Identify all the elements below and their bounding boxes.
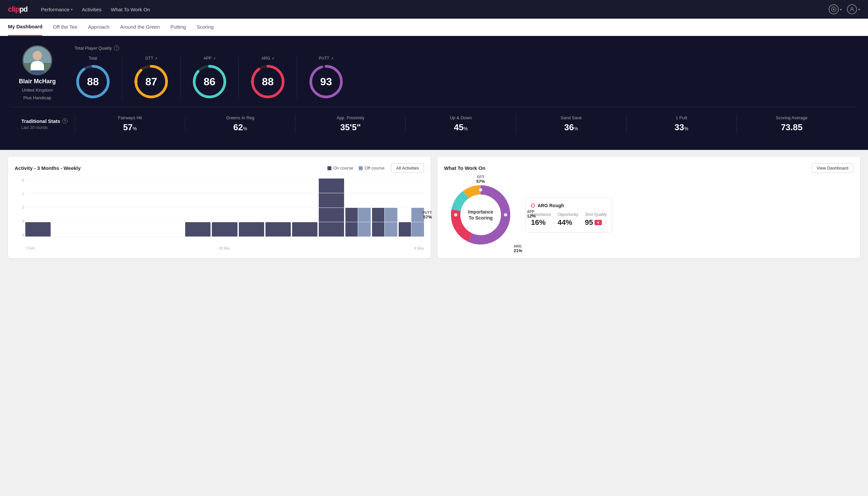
- bar-chart-wrapper: 4 3 2 1 0 7 Feb 28 Mar 9 May: [15, 178, 424, 250]
- bar-off-course: [385, 207, 397, 237]
- stat-fairways-hit: Fairways Hit 57%: [75, 115, 185, 133]
- info-metric-opportunity-value: 44%: [557, 218, 578, 227]
- bar-group: [372, 207, 397, 237]
- stats-label-col: Traditional Stats ? Last 20 rounds: [21, 118, 75, 130]
- score-arg-circle: 88: [250, 63, 286, 100]
- stat-greens-in-reg: Greens In Reg 62%: [185, 115, 295, 133]
- score-total-label: Total: [89, 56, 97, 61]
- score-app-circle: 86: [191, 63, 228, 100]
- x-axis-labels: 7 Feb 28 Mar 9 May: [15, 246, 424, 250]
- info-card-dot: [531, 203, 535, 207]
- stat-scoring-average-label: Scoring Average: [776, 115, 807, 120]
- tab-approach[interactable]: Approach: [88, 19, 109, 36]
- stats-help-icon[interactable]: ?: [62, 118, 68, 124]
- what-to-work-on-header: What To Work On View Dashboard: [444, 163, 853, 173]
- logo[interactable]: clippd: [8, 5, 28, 14]
- stat-app-proximity-label: App. Proximity: [336, 115, 364, 120]
- stat-scoring-average: Scoring Average 73.85: [737, 115, 847, 133]
- score-total-value: 88: [87, 76, 99, 88]
- sub-navigation: My Dashboard Off the Tee Approach Around…: [0, 19, 868, 36]
- add-circle-icon: [829, 4, 839, 14]
- stat-sand-save: Sand Save 36%: [516, 115, 626, 133]
- info-metric-shot-quality-value: 95 ▼: [585, 218, 606, 227]
- bar-on-course: [239, 222, 264, 237]
- avatar-image: [23, 46, 51, 74]
- score-arg-value: 88: [262, 76, 274, 88]
- stat-app-proximity: App. Proximity 35'5": [295, 115, 405, 133]
- svg-point-12: [134, 80, 138, 83]
- view-dashboard-button[interactable]: View Dashboard: [812, 163, 853, 173]
- stat-greens-value: 62%: [234, 122, 247, 133]
- nav-right-actions: ▾ ▾: [829, 4, 860, 14]
- stat-scoring-average-value: 73.85: [781, 122, 802, 133]
- stats-sub-label: Last 20 rounds: [21, 125, 75, 130]
- score-arg: ARG ↗ 88: [239, 56, 297, 100]
- arg-arrow-icon: ↗: [271, 57, 274, 60]
- donut-label-app: APP 12%: [527, 210, 536, 218]
- legend-on-course: On course: [327, 166, 353, 171]
- score-app: APP ↗ 86: [180, 56, 239, 100]
- stat-up-and-down-label: Up & Down: [450, 115, 472, 120]
- user-button[interactable]: ▾: [847, 4, 860, 14]
- legend-on-course-dot: [327, 166, 331, 170]
- bar-on-course: [345, 207, 358, 237]
- player-country: United Kingdom: [22, 88, 53, 93]
- activity-chart-header: Activity - 3 Months - Weekly On course O…: [15, 163, 424, 173]
- bar-on-course: [25, 222, 51, 237]
- hero-section: Blair McHarg United Kingdom Plus Handica…: [0, 36, 868, 150]
- bar-on-course: [399, 222, 411, 237]
- donut-label-ott: OTT 57%: [476, 175, 485, 184]
- nav-links: Performance ▾ Activities What To Work On: [41, 7, 150, 12]
- bar-on-course: [319, 178, 344, 237]
- svg-point-6: [33, 51, 42, 60]
- score-putt-label: PUTT ↗: [319, 56, 333, 61]
- info-card-title: ARG Rough: [531, 203, 606, 208]
- stat-fairways-hit-value: 57%: [123, 122, 137, 133]
- all-activities-button[interactable]: All Activities: [391, 163, 424, 173]
- stat-up-and-down: Up & Down 45%: [405, 115, 516, 133]
- scores-label: Total Player Quality ?: [75, 45, 857, 51]
- tab-my-dashboard[interactable]: My Dashboard: [8, 19, 42, 36]
- bar-on-course: [372, 207, 385, 237]
- user-icon: [847, 4, 857, 14]
- activity-chart-card: Activity - 3 Months - Weekly On course O…: [8, 157, 431, 258]
- traditional-stats-section: Traditional Stats ? Last 20 rounds Fairw…: [11, 107, 857, 141]
- nav-what-to-work-on[interactable]: What To Work On: [111, 7, 150, 12]
- add-button[interactable]: ▾: [829, 4, 842, 14]
- activity-chart-title: Activity - 3 Months - Weekly: [15, 165, 81, 171]
- tab-around-the-green[interactable]: Around the Green: [120, 19, 160, 36]
- nav-activities[interactable]: Activities: [82, 7, 101, 12]
- bar-group: [345, 207, 371, 237]
- svg-point-17: [251, 80, 254, 83]
- stat-app-proximity-value: 35'5": [340, 122, 361, 133]
- chevron-down-icon: ▾: [858, 7, 860, 11]
- stat-sand-save-label: Sand Save: [561, 115, 582, 120]
- bar-group: [266, 222, 291, 237]
- donut-label-putt: PUTT 57%: [422, 211, 432, 219]
- score-ott-label: OTT ↗: [145, 56, 157, 61]
- tab-scoring[interactable]: Scoring: [196, 19, 214, 36]
- stat-1-putt-value: 33%: [675, 122, 688, 133]
- bar-group: [185, 222, 210, 237]
- stat-1-putt-label: 1 Putt: [676, 115, 687, 120]
- y-axis: 4 3 2 1 0: [15, 178, 24, 237]
- tab-off-the-tee[interactable]: Off the Tee: [53, 19, 77, 36]
- score-putt-circle: 93: [308, 63, 344, 100]
- help-icon[interactable]: ?: [114, 45, 119, 51]
- bar-chart: 4 3 2 1 0: [15, 178, 424, 245]
- svg-point-26: [504, 213, 507, 217]
- nav-performance[interactable]: Performance ▾: [41, 7, 73, 12]
- score-ott-value: 87: [145, 76, 157, 88]
- stat-greens-label: Greens In Reg: [226, 115, 254, 120]
- stat-sand-save-value: 36%: [564, 122, 578, 133]
- donut-chart-container: Importance To Scoring OTT 57% APP 12% AR…: [444, 178, 517, 251]
- info-metric-opportunity: Opportunity 44%: [557, 212, 578, 227]
- tab-putting[interactable]: Putting: [171, 19, 186, 36]
- bar-on-course: [266, 222, 291, 237]
- bar-group: [292, 222, 317, 237]
- app-arrow-icon: ↗: [213, 57, 216, 60]
- shot-quality-badge: ▼: [595, 220, 602, 225]
- bar-group: [25, 222, 51, 237]
- stat-fairways-hit-label: Fairways Hit: [118, 115, 142, 120]
- donut-section: Importance To Scoring OTT 57% APP 12% AR…: [444, 178, 853, 251]
